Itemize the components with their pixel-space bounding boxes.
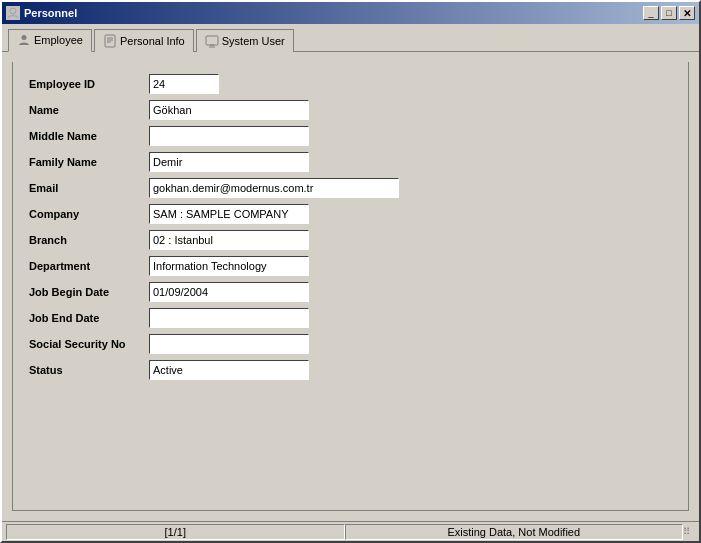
department-row: Department (29, 256, 672, 276)
name-input[interactable] (149, 100, 309, 120)
family-name-input[interactable] (149, 152, 309, 172)
middle-name-row: Middle Name (29, 126, 672, 146)
pagination-text: [1/1] (165, 526, 186, 538)
email-row: Email (29, 178, 672, 198)
social-security-label: Social Security No (29, 338, 149, 350)
resize-grip: ⠿ (683, 526, 695, 537)
tab-employee[interactable]: Employee (8, 29, 92, 52)
maximize-button[interactable]: □ (661, 6, 677, 20)
name-row: Name (29, 100, 672, 120)
minimize-button[interactable]: _ (643, 6, 659, 20)
email-label: Email (29, 182, 149, 194)
svg-point-0 (10, 8, 16, 14)
status-bar: [1/1] Existing Data, Not Modified ⠿ (2, 521, 699, 541)
employee-tab-icon (17, 33, 31, 47)
tab-personal-info[interactable]: Personal Info (94, 29, 194, 52)
pagination-segment: [1/1] (6, 524, 345, 540)
middle-name-input[interactable] (149, 126, 309, 146)
employee-id-row: Employee ID (29, 74, 672, 94)
job-end-date-input[interactable] (149, 308, 309, 328)
branch-row: Branch (29, 230, 672, 250)
department-label: Department (29, 260, 149, 272)
svg-rect-6 (206, 36, 218, 45)
status-text-segment: Existing Data, Not Modified (345, 524, 684, 540)
svg-rect-2 (105, 35, 115, 47)
family-name-label: Family Name (29, 156, 149, 168)
social-security-input[interactable] (149, 334, 309, 354)
window-icon (6, 6, 20, 20)
employee-id-label: Employee ID (29, 78, 149, 90)
window-title: Personnel (24, 7, 77, 19)
job-end-date-row: Job End Date (29, 308, 672, 328)
job-begin-date-row: Job Begin Date (29, 282, 672, 302)
branch-input[interactable] (149, 230, 309, 250)
status-label: Status (29, 364, 149, 376)
company-label: Company (29, 208, 149, 220)
job-begin-date-label: Job Begin Date (29, 286, 149, 298)
job-begin-date-input[interactable] (149, 282, 309, 302)
middle-name-label: Middle Name (29, 130, 149, 142)
tab-personal-info-label: Personal Info (120, 35, 185, 47)
main-window: Personnel _ □ ✕ Employee (0, 0, 701, 543)
name-label: Name (29, 104, 149, 116)
close-button[interactable]: ✕ (679, 6, 695, 20)
tab-system-user-label: System User (222, 35, 285, 47)
personal-info-tab-icon (103, 34, 117, 48)
title-bar-left: Personnel (6, 6, 77, 20)
form-panel: Employee ID Name Middle Name Family Name… (12, 62, 689, 511)
status-row: Status (29, 360, 672, 380)
title-bar: Personnel _ □ ✕ (2, 2, 699, 24)
company-input[interactable] (149, 204, 309, 224)
status-input[interactable] (149, 360, 309, 380)
system-user-tab-icon (205, 34, 219, 48)
job-end-date-label: Job End Date (29, 312, 149, 324)
tab-bar: Employee Personal Info Syst (2, 24, 699, 52)
email-input[interactable] (149, 178, 399, 198)
tab-employee-label: Employee (34, 34, 83, 46)
window-controls: _ □ ✕ (643, 6, 695, 20)
content-area: Employee ID Name Middle Name Family Name… (2, 52, 699, 521)
social-security-row: Social Security No (29, 334, 672, 354)
branch-label: Branch (29, 234, 149, 246)
employee-id-input[interactable] (149, 74, 219, 94)
family-name-row: Family Name (29, 152, 672, 172)
tab-system-user[interactable]: System User (196, 29, 294, 52)
company-row: Company (29, 204, 672, 224)
svg-point-1 (22, 35, 27, 40)
department-input[interactable] (149, 256, 309, 276)
status-text: Existing Data, Not Modified (447, 526, 580, 538)
